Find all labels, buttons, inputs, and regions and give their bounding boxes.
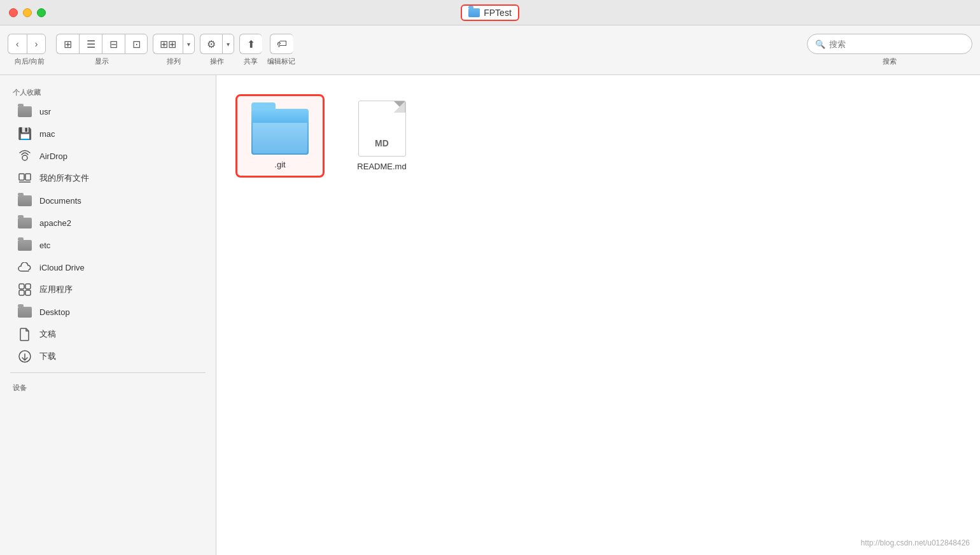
readme-file-name: README.md [357,162,406,171]
sidebar-item-docs-cn[interactable]: 文稿 [5,323,211,345]
apps-icon [18,283,32,297]
apache2-folder-icon [18,216,32,230]
folder-gray-icon [18,104,32,118]
favorites-header: 个人收藏 [0,83,216,100]
svg-rect-7 [25,290,31,295]
search-input[interactable] [829,39,964,49]
readme-file-bg: MD [358,101,406,157]
back-button[interactable]: ‹ [8,34,27,54]
view-btn-group: ⊞ ☰ ⊟ ⊡ [56,34,148,54]
sort-btn-group: ⊞⊞ ▾ [153,34,195,54]
sidebar-item-mac[interactable]: 💾 mac [5,123,211,144]
window-title-text: FPTest [484,8,512,18]
icloud-icon [18,260,32,274]
file-item-readme[interactable]: MD README.md [337,94,426,178]
svg-rect-4 [19,284,24,289]
sidebar-item-desktop[interactable]: Desktop [5,301,211,323]
actions-dropdown-button[interactable]: ▾ [222,34,234,54]
sidebar-label-all-files: 我的所有文件 [39,172,89,184]
sort-dropdown-button[interactable]: ▾ [183,34,195,54]
all-files-icon [18,171,32,185]
file-item-git[interactable]: .git [235,94,325,178]
search-label: 搜索 [883,57,897,66]
sidebar: 个人收藏 usr 💾 mac AirDrop [0,75,216,555]
sidebar-item-icloud[interactable]: iCloud Drive [5,256,211,278]
view-label: 显示 [95,57,109,66]
sort-section: ⊞⊞ ▾ 排列 [153,34,195,66]
sidebar-label-desktop: Desktop [39,307,70,317]
git-folder-tab [251,102,276,110]
sidebar-item-documents[interactable]: Documents [5,190,211,211]
close-button[interactable] [9,8,18,17]
nav-btn-group: ‹ › [8,34,46,54]
sidebar-label-documents: Documents [39,196,81,206]
search-box[interactable]: 🔍 [807,34,972,54]
search-section: 🔍 搜索 [807,34,972,66]
content-area: .git MD README.md [216,75,980,555]
desktop-folder-icon [18,305,32,319]
actions-btn-group: ⚙ ▾ [200,34,234,54]
sidebar-item-all-files[interactable]: 我的所有文件 [5,167,211,189]
sort-button[interactable]: ⊞⊞ [153,34,183,54]
share-label: 共享 [244,57,258,66]
cover-view-button[interactable]: ⊡ [125,34,148,54]
forward-button[interactable]: › [27,34,46,54]
tags-label: 编辑标记 [267,57,295,66]
view-section: ⊞ ☰ ⊟ ⊡ 显示 [56,34,148,66]
title-folder-icon [468,8,480,17]
sidebar-item-apps[interactable]: 应用程序 [5,279,211,300]
watermark: http://blog.csdn.net/u012848426 [861,538,970,547]
readme-file-type-label: MD [359,138,405,148]
actions-section: ⚙ ▾ 操作 [200,34,234,66]
svg-rect-6 [19,290,24,295]
list-view-button[interactable]: ☰ [79,34,102,54]
svg-point-0 [22,155,27,160]
toolbar: ‹ › 向后/向前 ⊞ ☰ ⊟ ⊡ 显示 ⊞⊞ ▾ 排列 ⚙ ▾ 操作 ⬆ 共享 [0,25,980,75]
sidebar-label-apps: 应用程序 [39,284,73,295]
git-folder-name: .git [274,160,285,169]
sidebar-divider [10,372,206,373]
window-title: FPTest [461,4,519,21]
share-section: ⬆ 共享 [239,34,262,66]
documents-folder-icon [18,193,32,207]
airdrop-icon [18,149,32,163]
sidebar-label-apache2: apache2 [39,218,71,228]
sidebar-label-usr: usr [39,107,51,116]
titlebar: FPTest [0,0,980,25]
svg-rect-5 [25,284,31,289]
sidebar-label-icloud: iCloud Drive [39,263,85,272]
sidebar-label-airdrop: AirDrop [39,151,67,161]
git-folder-container [248,102,312,155]
tags-button[interactable]: 🏷 [270,34,293,54]
sidebar-item-apache2[interactable]: apache2 [5,212,211,234]
main: 个人收藏 usr 💾 mac AirDrop [0,75,980,555]
maximize-button[interactable] [37,8,46,17]
sidebar-label-mac: mac [39,129,55,139]
drive-icon: 💾 [18,127,32,141]
sort-label: 排列 [167,57,181,66]
git-folder-inner [253,123,307,153]
svg-rect-1 [19,174,24,180]
icon-view-button[interactable]: ⊞ [56,34,79,54]
devices-header: 设备 [0,378,216,395]
minimize-button[interactable] [23,8,32,17]
nav-label: 向后/向前 [15,57,45,66]
nav-section: ‹ › 向后/向前 [8,34,51,66]
readme-file-container: MD [358,101,406,157]
etc-folder-icon [18,238,32,252]
sidebar-label-downloads: 下载 [39,351,56,362]
sidebar-item-downloads[interactable]: 下载 [5,346,211,367]
file-grid: .git MD README.md [235,94,961,178]
sidebar-item-etc[interactable]: etc [5,234,211,256]
share-button[interactable]: ⬆ [239,34,262,54]
sidebar-label-etc: etc [39,241,50,250]
downloads-icon [18,349,32,363]
traffic-lights [9,8,46,17]
docs-cn-icon [18,327,32,341]
search-icon: 🔍 [815,39,825,49]
column-view-button[interactable]: ⊟ [102,34,125,54]
actions-button[interactable]: ⚙ [200,34,222,54]
sidebar-label-docs-cn: 文稿 [39,328,56,340]
sidebar-item-airdrop[interactable]: AirDrop [5,145,211,167]
sidebar-item-usr[interactable]: usr [5,101,211,122]
